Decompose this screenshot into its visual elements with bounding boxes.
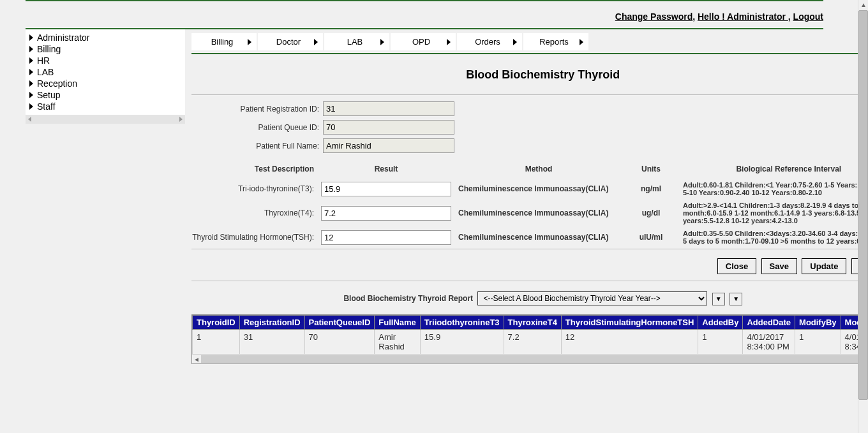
grid-header[interactable]: ThyroidStimulatingHormoneTSH [561,316,698,330]
arrow-right-icon [580,39,583,45]
test-units: uIU/ml [619,233,683,242]
arrow-right-icon [513,39,517,45]
grid-cell: 1 [698,330,743,355]
sidebar-item-label: LAB [37,67,54,77]
arrow-right-icon [29,103,33,110]
grid-header[interactable]: ThyroxineT4 [504,316,561,330]
close-button[interactable]: Close [717,258,756,274]
sidebar-item-reception[interactable]: Reception [26,78,185,89]
arrow-right-icon [248,39,251,45]
menu-label: Billing [197,37,248,47]
sidebar-item-billing[interactable]: Billing [26,43,185,55]
report-drop1-button[interactable]: ▼ [712,293,725,305]
t3-result-input[interactable] [321,182,451,196]
divider [191,281,868,281]
grid-cell: 31 [239,330,304,355]
scroll-left-icon[interactable]: ◄ [192,356,201,363]
header-links: Change Password, Hello ! Administrator ,… [26,1,823,28]
arrow-right-icon [29,80,33,87]
browser-scrollbar[interactable]: ▲ [858,0,868,364]
patient-info-block: Patient Registration ID: Patient Queue I… [191,96,868,159]
sidebar: Administrator Billing HR LAB Reception S… [26,29,185,364]
col-bri: Biological Reference Interval [683,165,868,173]
menu-label: Reports [528,37,580,47]
test-bri: Adult:>2.9-<14.1 Children:1-3 days:8.2-1… [683,202,868,224]
grid-header[interactable]: ModifyBy [795,316,841,330]
full-name-input[interactable] [323,138,454,153]
logout-link[interactable]: Logout [793,11,823,22]
test-table-header: Test Description Result Method Units Bio… [191,159,868,179]
comma: , [692,11,698,22]
test-bri: Adult:0.35-5.50 Children:<3days:3.20-34.… [683,230,868,245]
grid-header[interactable]: RegistrationID [239,316,304,330]
grid-header[interactable]: AddedBy [698,316,743,330]
action-buttons: Close Save Update Report [191,251,868,279]
scroll-track[interactable] [201,355,868,363]
save-button[interactable]: Save [761,258,797,274]
col-result: Result [319,165,453,173]
grid-data-row[interactable]: 1 31 70 Amir Rashid 15.9 7.2 12 1 4/01/2… [193,330,869,355]
reg-id-label: Patient Registration ID: [191,105,323,114]
grid-header[interactable]: ThyroidID [193,316,240,330]
menu-doctor[interactable]: Doctor [258,33,323,50]
grid-cell: 70 [304,330,375,355]
arrow-right-icon [29,92,33,98]
sidebar-item-hr[interactable]: HR [26,55,185,66]
arrow-right-icon [29,34,33,41]
grid-header[interactable]: PatientQueueID [304,316,375,330]
scroll-left-icon[interactable] [28,117,31,122]
tsh-result-input[interactable] [321,230,451,245]
arrow-right-icon [29,46,33,52]
report-year-select[interactable]: <--Select A Blood Biochemistry Thyroid Y… [477,291,707,305]
report-drop2-button[interactable]: ▼ [730,293,742,305]
grid-hscrollbar[interactable]: ◄ ► [192,355,868,363]
divider [191,94,868,95]
test-units: ug/dl [619,209,683,217]
full-name-label: Patient Full Name: [191,142,323,150]
grid-header[interactable]: TriiodothyronineT3 [420,316,504,330]
menu-label: LAB [329,37,380,47]
menu-billing[interactable]: Billing [191,33,257,50]
grid-header[interactable]: FullName [375,316,421,330]
change-password-link[interactable]: Change Password [615,11,692,22]
reg-id-input[interactable] [323,101,454,116]
sidebar-item-setup[interactable]: Setup [26,89,185,101]
sidebar-item-lab[interactable]: LAB [26,66,185,78]
grid-cell: 7.2 [504,330,561,355]
arrow-right-icon [314,39,318,45]
sidebar-item-label: Reception [37,78,77,89]
scroll-right-icon[interactable] [179,117,183,122]
sidebar-item-label: Setup [37,90,61,100]
grid-header-row: ThyroidID RegistrationID PatientQueueID … [193,316,869,330]
grid-header[interactable]: AddedDate [743,316,795,330]
grid-cell: 12 [561,330,698,355]
greeting-link[interactable]: Hello ! Administrator [698,11,788,22]
queue-id-input[interactable] [323,120,454,135]
queue-id-label: Patient Queue ID: [191,123,323,132]
grid-cell: 1 [193,330,240,355]
menu-label: Orders [462,37,513,47]
sidebar-item-label: Staff [37,101,56,112]
test-bri: Adult:0.60-1.81 Children:<1 Year:0.75-2.… [683,181,868,196]
update-button[interactable]: Update [802,258,846,274]
scroll-up-icon[interactable]: ▲ [858,0,868,10]
scroll-thumb[interactable] [858,10,868,364]
grid-cell: 15.9 [420,330,504,355]
t4-result-input[interactable] [321,206,451,221]
menu-opd[interactable]: OPD [391,33,456,50]
sidebar-item-administrator[interactable]: Administrator [26,32,185,43]
sidebar-scrollbar[interactable] [26,115,185,124]
menu-reports[interactable]: Reports [523,33,588,50]
arrow-right-icon [29,69,33,75]
sidebar-item-label: Billing [37,44,61,54]
menu-lab[interactable]: LAB [324,33,389,50]
sidebar-item-label: HR [37,55,50,66]
menu-orders[interactable]: Orders [457,33,522,50]
grid-cell: Amir Rashid [375,330,421,355]
menu-label: Doctor [263,37,314,47]
test-method: Chemiluminescence Immunoassay(CLIA) [453,233,619,242]
menu-bar: Billing Doctor LAB OPD Orders Reports [191,29,868,53]
sidebar-item-staff[interactable]: Staff [26,101,185,112]
test-desc: Tri-iodo-thyronine(T3): [191,184,319,193]
test-method: Chemiluminescence Immunoassay(CLIA) [453,209,619,217]
